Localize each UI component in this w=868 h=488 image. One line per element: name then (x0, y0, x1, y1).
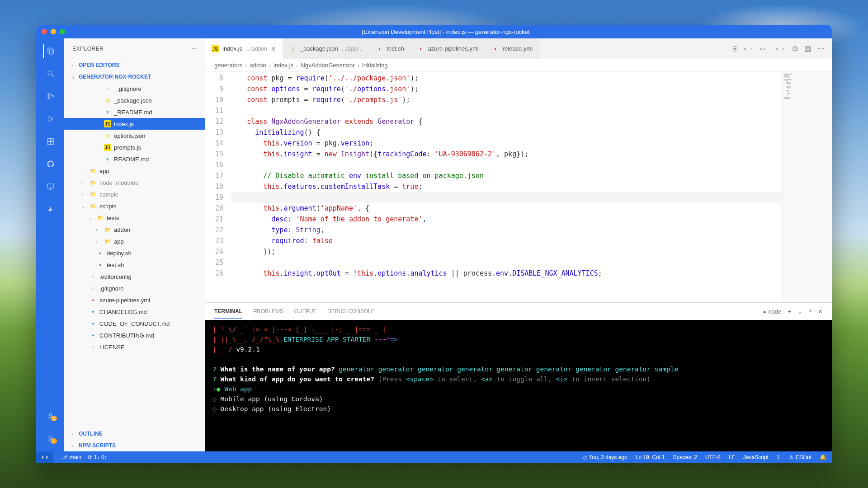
editor-tab[interactable]: ▪test.sh (369, 38, 410, 59)
editor-tab[interactable]: ▪azure-pipelines.yml (411, 38, 486, 59)
tree-item[interactable]: ○.gitignore (64, 282, 205, 294)
svg-line-3 (52, 75, 54, 77)
terminal[interactable]: | ' \/ _` |> < |---< [_] |___ |-: _ |===… (205, 320, 832, 451)
extensions-icon[interactable] (43, 134, 57, 149)
tree-item[interactable]: ›📁sample (64, 188, 205, 200)
tab-output[interactable]: OUTPUT (294, 308, 316, 314)
minimap[interactable]: ████ ███ ███████ ███████ ████ ██████ ███… (782, 72, 832, 302)
run-icon[interactable]: ◦→ (744, 45, 754, 53)
close-window-button[interactable] (42, 29, 47, 34)
maximize-panel-icon[interactable]: ^ (809, 308, 811, 315)
remote-explorer-icon[interactable] (43, 179, 57, 194)
cursor-position[interactable]: Ln 19, Col 1 (636, 454, 665, 460)
tree-item[interactable]: ○LICENSE (64, 341, 205, 353)
github-icon[interactable] (43, 157, 57, 171)
split-editor-icon[interactable]: ▥ (804, 44, 811, 53)
breadcrumb[interactable]: generators›addon›index.js›NgxAddonGenera… (205, 59, 832, 72)
editor-tab[interactable]: JSindex.js.../addon✕ (205, 38, 283, 59)
eslint-status[interactable]: ⚠ ESLint (789, 454, 811, 460)
run-debug-icon[interactable] (43, 112, 57, 126)
tree-item[interactable]: ▪azure-pipelines.yml (64, 294, 205, 306)
panel: TERMINAL PROBLEMS OUTPUT DEBUG CONSOLE ▸… (205, 302, 832, 451)
tree-item[interactable]: JSprompts.js (64, 141, 205, 153)
notifications-icon[interactable]: 🔔 (820, 454, 826, 460)
tree-item[interactable]: ›📁addon (64, 224, 205, 235)
git-branch[interactable]: ⎇ main (61, 454, 81, 460)
tree-item[interactable]: JSindex.js (64, 118, 205, 130)
close-panel-icon[interactable]: ✕ (818, 308, 823, 315)
tree-item[interactable]: ▾_README.md (64, 106, 205, 118)
git-sync[interactable]: ⟳ 1↓ 0↑ (88, 454, 107, 460)
tree-item[interactable]: ›📁app (64, 235, 205, 247)
prettier-icon[interactable]: ✓⃝ (777, 454, 781, 460)
tree-item[interactable]: ▪test.sh (64, 259, 205, 271)
language-mode[interactable]: JavaScript (743, 454, 769, 460)
breadcrumb-item[interactable]: generators (214, 62, 242, 69)
settings-gear-icon[interactable]: 1 (43, 432, 57, 446)
open-editors-section[interactable]: ›OPEN EDITORS (64, 59, 205, 71)
more-icon[interactable]: ⋯ (817, 44, 825, 53)
new-terminal-icon[interactable]: + (788, 308, 791, 315)
svg-rect-9 (47, 142, 50, 145)
tree-item[interactable]: ▾CODE_OF_CONDUCT.md (64, 318, 205, 329)
remote-indicator[interactable] (36, 451, 53, 463)
folder-icon: 📁 (90, 191, 97, 198)
tree-item[interactable]: ›📁app (64, 165, 205, 177)
compare-icon[interactable]: ⎘ (733, 45, 737, 53)
tree-item[interactable]: {}options.json (64, 130, 205, 141)
next-icon[interactable]: ◦→ (776, 45, 786, 53)
encoding[interactable]: UTF-8 (705, 454, 721, 460)
gutter: 891011121314151617181920212223242526 (205, 72, 231, 302)
breadcrumb-item[interactable]: NgxAddonGenerator (301, 62, 354, 69)
accounts-icon[interactable]: 2 (43, 409, 57, 423)
split-terminal-icon[interactable]: ⌄ (797, 308, 802, 315)
tree-item[interactable]: ▾README.md (64, 153, 205, 165)
git-blame[interactable]: ◇ You, 2 days ago (583, 454, 627, 460)
npm-scripts-section[interactable]: ›NPM SCRIPTS (64, 440, 205, 451)
file-tree: ○_.gitignore{}_package.json▾_README.mdJS… (64, 83, 205, 428)
tab-terminal[interactable]: TERMINAL (214, 308, 242, 319)
folder-icon: 📁 (90, 167, 97, 174)
tree-item[interactable]: ▾CONTRIBUTING.md (64, 329, 205, 341)
breadcrumb-item[interactable]: index.js (274, 62, 293, 69)
close-tab-icon[interactable]: ✕ (271, 45, 276, 52)
minimize-window-button[interactable] (51, 29, 56, 34)
breadcrumb-item[interactable]: addon (250, 62, 266, 69)
editor-tab[interactable]: ▪release.yml (486, 38, 539, 59)
code-area[interactable]: const pkg = require('../../package.json'… (231, 72, 782, 302)
search-icon[interactable] (43, 66, 57, 81)
svg-rect-10 (51, 142, 54, 145)
outline-section[interactable]: ›OUTLINE (64, 428, 205, 440)
workspace-section[interactable]: ⌄GENERATOR-NGX-ROCKET (64, 71, 205, 83)
activity-bar: 2 1 (36, 38, 64, 451)
svg-point-2 (48, 71, 52, 75)
azure-icon[interactable] (43, 202, 57, 216)
tab-debug-console[interactable]: DEBUG CONSOLE (327, 308, 375, 314)
panel-tabs: TERMINAL PROBLEMS OUTPUT DEBUG CONSOLE ▸… (205, 303, 832, 320)
sidebar-more-icon[interactable]: ⋯ (191, 46, 197, 52)
tab-problems[interactable]: PROBLEMS (253, 308, 283, 314)
editor[interactable]: 891011121314151617181920212223242526 con… (205, 72, 832, 302)
tree-item[interactable]: ⌄📁scripts (64, 200, 205, 212)
indentation[interactable]: Spaces: 2 (673, 454, 697, 460)
target-icon[interactable]: ⊙ (792, 44, 798, 53)
editor-tab[interactable]: {}_package.json.../app/... (283, 38, 370, 59)
breadcrumb-item[interactable]: initializing (362, 62, 387, 69)
prev-icon[interactable]: ◦← (760, 45, 770, 53)
tree-item[interactable]: ›📁node_modules (64, 177, 205, 188)
tree-item[interactable]: ⌄📁tests (64, 212, 205, 224)
txt-icon: ○ (90, 273, 97, 280)
tree-item[interactable]: {}_package.json (64, 94, 205, 106)
eol[interactable]: LF (729, 454, 735, 460)
tree-item[interactable]: ○_.gitignore (64, 83, 205, 94)
tree-item[interactable]: ▪deploy.sh (64, 247, 205, 259)
tree-item[interactable]: ○.editorconfig (64, 271, 205, 282)
window-title: [Extension Development Host] - index.js … (65, 28, 826, 35)
tree-item[interactable]: ▾CHANGELOG.md (64, 306, 205, 318)
maximize-window-button[interactable] (60, 29, 65, 34)
txt-icon: ○ (90, 285, 97, 292)
explorer-icon[interactable] (43, 44, 57, 58)
terminal-shell-select[interactable]: ▸ node (764, 308, 782, 315)
svg-rect-11 (51, 138, 54, 141)
source-control-icon[interactable] (43, 89, 57, 103)
